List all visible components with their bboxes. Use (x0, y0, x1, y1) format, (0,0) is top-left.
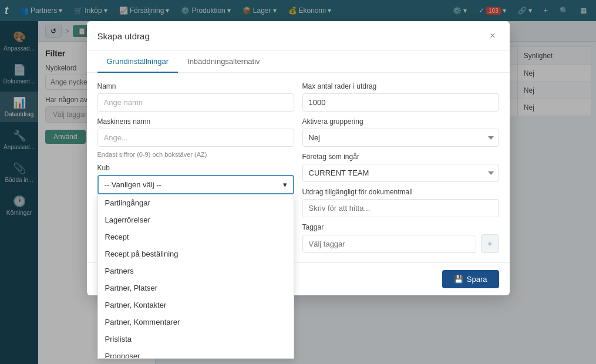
modal-dialog: Skapa utdrag × Grundinställningar Inbädd… (87, 21, 510, 295)
kub-container: -- Vanligen välj -- ▾ PartiingångarLager… (97, 175, 294, 194)
tab-grundinstallningar[interactable]: Grundinställningar (97, 51, 179, 73)
tags-add-button[interactable]: + (481, 234, 499, 253)
form-group-name: Namn (97, 82, 294, 112)
form-group-kub: Kub -- Vanligen välj -- ▾ PartiingångarL… (97, 164, 294, 194)
kub-option[interactable]: Partner, Platser (98, 279, 294, 296)
modal-close-button[interactable]: × (486, 29, 499, 42)
tab-inbaddningsalternativ[interactable]: Inbäddningsalternativ (178, 51, 270, 73)
modal-header: Skapa utdrag × (87, 21, 510, 51)
grouping-label: Aktivera gruppering (302, 117, 499, 126)
modal-title: Skapa utdrag (97, 31, 150, 41)
kub-chevron-icon: ▾ (283, 180, 287, 189)
kub-option[interactable]: Partiingångar (98, 194, 294, 211)
name-label: Namn (97, 82, 294, 90)
tags-form-label: Taggar (302, 223, 499, 231)
modal-body: Namn Maskinens namn Endast siffror (0-9)… (87, 73, 510, 262)
kub-option[interactable]: Partner, Kontakter (98, 296, 294, 314)
save-icon: 💾 (454, 275, 463, 284)
kub-option[interactable]: Partners (98, 262, 294, 279)
grouping-select[interactable]: Nej (302, 129, 499, 147)
form-group-doc-template: Utdrag tillgängligt för dokumentmall (302, 188, 499, 217)
kub-select-button[interactable]: -- Vanligen välj -- ▾ (97, 175, 294, 194)
kub-dropdown: PartiingångarLagerrörelserReceptRecept p… (97, 194, 294, 359)
kub-option[interactable]: Partner, Kommentarer (98, 314, 294, 331)
kub-option[interactable]: Lagerrörelser (98, 211, 294, 228)
tags-row: + (302, 234, 499, 253)
max-rows-input[interactable] (302, 93, 499, 112)
form-group-machine-name: Maskinens namn Endast siffror (0-9) och … (97, 117, 294, 158)
doc-template-search[interactable] (302, 199, 499, 217)
kub-option[interactable]: Prislista (98, 331, 294, 348)
form-group-grouping: Aktivera gruppering Nej (302, 117, 499, 147)
save-button[interactable]: 💾 Spara (442, 270, 499, 288)
kub-option[interactable]: Recept (98, 228, 294, 245)
kub-option[interactable]: Recept på beställning (98, 245, 294, 262)
form-group-company: Företag som ingår CURRENT TEAM (302, 153, 499, 182)
kub-option[interactable]: Prognoser (98, 348, 294, 359)
modal-right-col: Max antal rader i utdrag Aktivera gruppe… (302, 82, 499, 253)
kub-label: Kub (97, 164, 294, 172)
machine-name-input[interactable] (97, 129, 294, 147)
tags-input[interactable] (302, 235, 477, 253)
modal-left-col: Namn Maskinens namn Endast siffror (0-9)… (97, 82, 294, 253)
form-group-tags: Taggar + (302, 223, 499, 253)
modal-overlay[interactable]: Skapa utdrag × Grundinställningar Inbädd… (0, 0, 596, 364)
doc-template-label: Utdrag tillgängligt för dokumentmall (302, 188, 499, 196)
max-rows-label: Max antal rader i utdrag (302, 82, 499, 90)
company-label: Företag som ingår (302, 153, 499, 161)
form-group-max-rows: Max antal rader i utdrag (302, 82, 499, 112)
modal-tabs: Grundinställningar Inbäddningsalternativ (87, 51, 510, 73)
name-input[interactable] (97, 93, 294, 112)
machine-name-note: Endast siffror (0-9) och bokstäver (AZ) (97, 151, 294, 158)
company-select[interactable]: CURRENT TEAM (302, 164, 499, 182)
kub-selected-value: -- Vanligen välj -- (105, 180, 161, 189)
machine-name-label: Maskinens namn (97, 117, 294, 126)
